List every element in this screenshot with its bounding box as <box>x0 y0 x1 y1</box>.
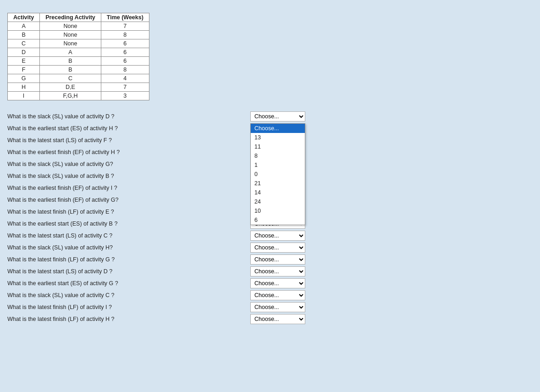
dropdown-option[interactable]: 11 <box>251 142 305 151</box>
question-row: What is the slack (SL) value of activity… <box>7 290 305 300</box>
table-cell: A <box>40 48 101 57</box>
table-cell: F,G,H <box>40 92 101 100</box>
table-cell: 7 <box>101 22 149 31</box>
table-cell: D,E <box>40 83 101 92</box>
dropdown-option[interactable]: 6 <box>251 215 305 225</box>
dropdown-option[interactable]: 10 <box>251 206 305 215</box>
question-select-q18[interactable]: Choose...1311810211424106 <box>250 314 305 324</box>
question-row: What is the latest finish (LF) of activi… <box>7 314 305 324</box>
table-cell: C <box>8 39 40 48</box>
question-label: What is the earliest finish (EF) of acti… <box>7 149 250 155</box>
table-cell: 7 <box>101 83 149 92</box>
table-cell: I <box>8 92 40 100</box>
dropdown-option[interactable]: 21 <box>251 179 305 188</box>
table-cell: C <box>40 74 101 83</box>
col-time: Time (Weeks) <box>101 13 149 22</box>
question-row: What is the slack (SL) value of activity… <box>7 111 305 121</box>
question-row: What is the earliest start (ES) of activ… <box>7 278 305 288</box>
question-select-q17[interactable]: Choose...1311810211424106 <box>250 302 305 312</box>
question-label: What is the slack (SL) value of activity… <box>7 161 250 167</box>
project-table: Activity Preceding Activity Time (Weeks)… <box>7 13 149 100</box>
table-cell: 6 <box>101 57 149 66</box>
dropdown-option[interactable]: 24 <box>251 197 305 206</box>
table-cell: None <box>40 22 101 31</box>
table-cell: 6 <box>101 48 149 57</box>
table-cell: D <box>8 48 40 57</box>
questions-section: What is the slack (SL) value of activity… <box>7 111 305 326</box>
question-row: What is the latest finish (LF) of activi… <box>7 302 305 312</box>
dropdown-option[interactable]: 1 <box>251 160 305 170</box>
table-cell: 8 <box>101 31 149 39</box>
question-label: What is the slack (SL) value of activity… <box>7 292 250 298</box>
table-cell: B <box>8 31 40 39</box>
question-select-q14[interactable]: Choose...1311810211424106 <box>250 266 305 276</box>
dropdown-option[interactable]: 0 <box>251 170 305 179</box>
question-select-q16[interactable]: Choose...1311810211424106 <box>250 290 305 300</box>
question-label: What is the slack (SL) value of activity… <box>7 244 250 251</box>
dropdown-open-container: Choose...1311810211424106 <box>250 123 305 133</box>
table-cell: A <box>8 22 40 31</box>
table-cell: 8 <box>101 66 149 74</box>
question-row: What is the latest start (LS) of activit… <box>7 266 305 276</box>
question-label: What is the earliest finish (EF) of acti… <box>7 185 250 191</box>
table-cell: None <box>40 39 101 48</box>
question-select-q1[interactable]: Choose...1311810211424106 <box>250 111 305 121</box>
dropdown-option[interactable]: 8 <box>251 151 305 160</box>
question-label: What is the latest finish (LF) of activi… <box>7 209 250 215</box>
project-table-container: Activity Preceding Activity Time (Weeks)… <box>7 13 533 100</box>
question-label: What is the latest start (LS) of activit… <box>7 268 250 275</box>
question-select-q12[interactable]: Choose...1311810211424106 <box>250 243 305 253</box>
dropdown-option[interactable]: 13 <box>251 133 305 142</box>
question-select-q13[interactable]: Choose...1311810211424106 <box>250 254 305 265</box>
question-select-q11[interactable]: Choose...1311810211424106 <box>250 231 305 241</box>
table-cell: G <box>8 74 40 83</box>
table-cell: 3 <box>101 92 149 100</box>
question-select-q15[interactable]: Choose...1311810211424106 <box>250 278 305 288</box>
table-cell: H <box>8 83 40 92</box>
dropdown-overlay: Choose...1311810211424106 <box>250 123 305 225</box>
question-label: What is the slack (SL) value of activity… <box>7 173 250 179</box>
table-cell: B <box>40 57 101 66</box>
question-label: What is the latest finish (LF) of activi… <box>7 304 250 310</box>
question-label: What is the earliest start (ES) of activ… <box>7 125 250 132</box>
question-label: What is the latest start (LS) of activit… <box>7 232 250 239</box>
question-label: What is the latest finish (LF) of activi… <box>7 316 250 322</box>
col-activity: Activity <box>8 13 40 22</box>
table-cell: None <box>40 31 101 39</box>
question-label: What is the earliest start (ES) of activ… <box>7 221 250 227</box>
question-row: What is the latest finish (LF) of activi… <box>7 254 305 265</box>
question-label: What is the earliest start (ES) of activ… <box>7 280 250 287</box>
table-cell: B <box>40 66 101 74</box>
table-cell: 4 <box>101 74 149 83</box>
table-cell: E <box>8 57 40 66</box>
col-preceding: Preceding Activity <box>40 13 101 22</box>
question-label: What is the earliest finish (EF) of acti… <box>7 197 250 203</box>
question-label: What is the latest finish (LF) of activi… <box>7 256 250 263</box>
table-cell: 6 <box>101 39 149 48</box>
question-row: What is the earliest start (ES) of activ… <box>7 123 305 133</box>
table-cell: F <box>8 66 40 74</box>
dropdown-option[interactable]: 14 <box>251 188 305 197</box>
question-label: What is the slack (SL) value of activity… <box>7 113 250 120</box>
question-row: What is the latest start (LS) of activit… <box>7 231 305 241</box>
dropdown-option[interactable]: Choose... <box>251 124 305 133</box>
question-row: What is the slack (SL) value of activity… <box>7 243 305 253</box>
question-label: What is the latest start (LS) of activit… <box>7 137 250 144</box>
